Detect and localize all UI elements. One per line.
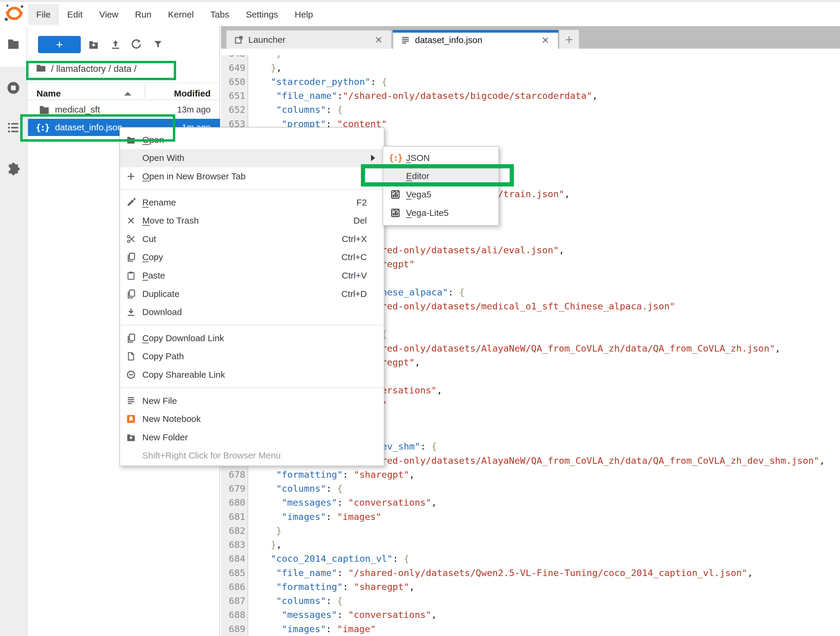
folder-plus-icon	[125, 431, 137, 443]
vega-icon	[389, 188, 402, 201]
menu-item-label: Shift+Right Click for Browser Menu	[142, 450, 281, 461]
copy-icon	[125, 288, 137, 300]
line-number: 688	[229, 608, 245, 622]
menu-item-copy-path[interactable]: Copy Path	[120, 347, 384, 366]
submenu-item-vega-lite5[interactable]: Vega-Lite5	[383, 204, 498, 222]
file-modified: 13m ago	[148, 105, 211, 115]
tab-close-icon[interactable]	[541, 36, 549, 44]
menu-item-open-with[interactable]: Open With	[120, 149, 384, 167]
code-line-684[interactable]: "coco_2014_caption_vl": {	[271, 551, 409, 566]
menu-view[interactable]: View	[91, 4, 126, 25]
menu-help[interactable]: Help	[286, 4, 321, 25]
menu-separator	[120, 189, 384, 190]
code-line-649[interactable]: },	[271, 61, 282, 75]
submenu-item-label: Vega5	[406, 189, 431, 199]
refresh-icon[interactable]	[129, 38, 144, 52]
menu-edit[interactable]: Edit	[59, 4, 91, 25]
upload-icon[interactable]	[108, 38, 123, 52]
add-tab-button[interactable]: +	[559, 30, 579, 49]
jupyter-logo	[0, 0, 28, 26]
menu-item-rename[interactable]: RenameF2	[120, 193, 384, 212]
table-of-contents-icon[interactable]	[7, 121, 20, 134]
breadcrumb-divider	[28, 82, 220, 83]
line-number: 681	[229, 510, 245, 524]
code-line-685[interactable]: "file_name": "/shared-only/datasets/Qwen…	[276, 566, 753, 580]
line-number: 682	[229, 524, 245, 538]
menu-item-label: Move to Trash	[142, 216, 199, 226]
line-number: 679	[229, 481, 245, 496]
line-number: 651	[229, 88, 245, 103]
vega-icon	[389, 207, 402, 219]
code-line-686[interactable]: "formatting": "sharegpt",	[276, 579, 415, 594]
code-line-688[interactable]: "messages": "conversations",	[282, 608, 437, 622]
code-line-687[interactable]: "columns": {	[276, 593, 343, 608]
code-line-679[interactable]: "columns": {	[276, 481, 343, 496]
extensions-icon[interactable]	[6, 162, 20, 176]
tab-close-icon[interactable]	[374, 36, 383, 44]
menu-item-label: Duplicate	[142, 289, 179, 299]
close-x-icon	[125, 215, 137, 227]
code-line-689[interactable]: "images": "image"	[282, 622, 376, 636]
menu-file[interactable]: File	[28, 4, 59, 25]
menu-item-copy-shareable-link[interactable]: Copy Shareable Link	[120, 366, 384, 384]
code-line-683[interactable]: },	[271, 537, 282, 552]
code-line-650[interactable]: "starcoder_python": {	[271, 74, 387, 89]
new-folder-icon[interactable]	[87, 38, 101, 52]
code-line-682[interactable]: }	[276, 524, 282, 538]
menu-item-move-to-trash[interactable]: Move to TrashDel	[120, 211, 384, 230]
menu-item-shift-right-click-for-browser-menu: Shift+Right Click for Browser Menu	[120, 447, 384, 465]
menu-item-copy[interactable]: CopyCtrl+C	[120, 248, 384, 267]
menu-settings[interactable]: Settings	[238, 4, 286, 25]
menu-item-label: Copy Path	[142, 351, 184, 361]
column-header-modified[interactable]: Modified	[148, 88, 211, 99]
menu-item-new-notebook[interactable]: New Notebook	[120, 410, 384, 428]
menu-item-duplicate[interactable]: DuplicateCtrl+D	[120, 285, 384, 303]
code-line-648[interactable]: }	[276, 55, 282, 61]
menu-item-label: Open With	[142, 153, 185, 163]
menu-kernel[interactable]: Kernel	[160, 4, 202, 25]
file-lines-icon	[125, 395, 137, 407]
menu-item-new-folder[interactable]: New Folder	[120, 428, 384, 447]
tab-dataset-info-json[interactable]: dataset_info.json	[393, 30, 558, 49]
menu-item-paste[interactable]: PasteCtrl+V	[120, 266, 384, 285]
menu-item-label: Copy Shareable Link	[142, 370, 225, 380]
menu-item-new-file[interactable]: New File	[120, 391, 384, 410]
text-file-icon	[401, 36, 410, 44]
code-line-680[interactable]: "messages": "conversations",	[282, 495, 437, 510]
tab-launcher[interactable]: Launcher	[226, 30, 392, 49]
line-number: 687	[229, 593, 245, 608]
line-number: 684	[229, 551, 245, 566]
submenu-item-vega5[interactable]: Vega5	[383, 185, 498, 204]
paste-icon	[125, 269, 137, 282]
code-line-651[interactable]: "file_name":"/shared-only/datasets/bigco…	[276, 88, 598, 103]
line-number: 683	[229, 537, 245, 552]
menu-item-label: Cut	[142, 234, 156, 244]
submenu-item-label: JSON	[406, 153, 430, 163]
menu-item-copy-download-link[interactable]: Copy Download Link	[120, 329, 384, 347]
file-browser-icon[interactable]	[6, 38, 20, 50]
window-top-border	[0, 1, 840, 2]
line-number: 650	[229, 74, 245, 89]
column-header-name[interactable]: Name	[36, 88, 61, 99]
menu-item-label: Copy Download Link	[142, 333, 224, 343]
code-line-652[interactable]: "columns": {	[276, 103, 343, 117]
annotation-box-selected-file	[20, 114, 175, 142]
new-launcher-button[interactable]: +	[38, 36, 81, 53]
menu-item-cut[interactable]: CutCtrl+X	[120, 230, 384, 248]
menu-item-open-in-new-browser-tab[interactable]: Open in New Browser Tab	[120, 167, 384, 186]
menu-item-label: Download	[142, 307, 182, 317]
line-number: 680	[229, 495, 245, 510]
code-line-678[interactable]: "formatting": "sharegpt",	[276, 467, 415, 481]
menu-item-download[interactable]: Download	[120, 303, 384, 321]
launcher-icon	[234, 35, 243, 44]
link-icon	[125, 368, 137, 381]
menu-run[interactable]: Run	[127, 4, 160, 25]
submenu-item-label: Vega-Lite5	[406, 208, 448, 218]
running-kernels-icon[interactable]	[6, 81, 21, 95]
scissors-icon	[125, 233, 137, 245]
file-list-header: Name Modified	[28, 88, 220, 100]
menu-tabs[interactable]: Tabs	[202, 4, 237, 25]
code-line-681[interactable]: "images": "images"	[282, 510, 381, 524]
notebook-icon	[125, 413, 137, 425]
filter-icon[interactable]	[151, 38, 165, 52]
